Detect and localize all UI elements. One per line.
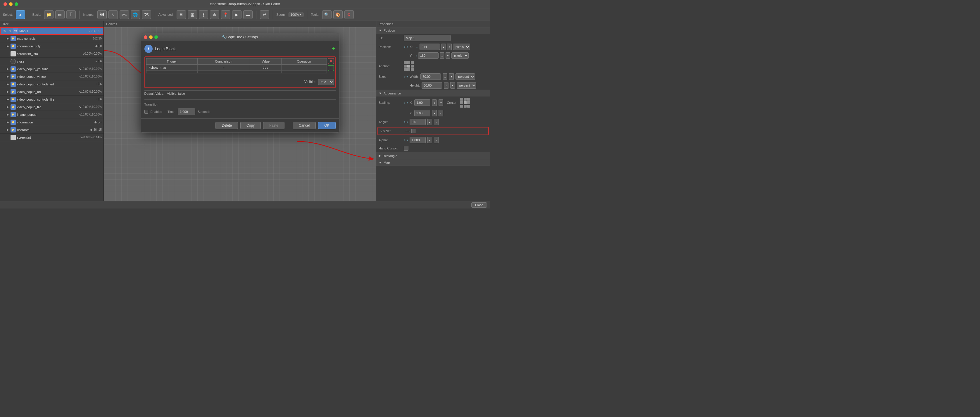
- anchor-grid[interactable]: [404, 61, 414, 71]
- anchor-br[interactable]: [411, 68, 414, 71]
- center-tr[interactable]: [467, 98, 470, 100]
- tree-item-close[interactable]: ✕ close ↙5,6: [0, 57, 103, 65]
- expand-icon[interactable]: ▶: [6, 113, 10, 117]
- center-br[interactable]: [467, 105, 470, 108]
- alpha-input[interactable]: [410, 137, 426, 143]
- expand-icon[interactable]: ▶: [6, 90, 10, 94]
- search-tool-button[interactable]: 🔍: [322, 10, 331, 19]
- angle-input[interactable]: [410, 119, 426, 125]
- anchor-bc[interactable]: [407, 68, 410, 71]
- expand-icon[interactable]: ▶: [6, 37, 10, 41]
- anchor-tc[interactable]: [407, 61, 410, 64]
- height-stepper-down[interactable]: ▼: [450, 82, 455, 89]
- add-row-button[interactable]: +: [332, 45, 336, 53]
- minimize-button[interactable]: [9, 2, 13, 6]
- center-tc[interactable]: [464, 98, 467, 100]
- delete-button[interactable]: Delete: [215, 122, 238, 129]
- y-stepper-down[interactable]: ▼: [445, 53, 450, 59]
- center-tl[interactable]: [460, 98, 463, 100]
- expand-icon[interactable]: ▶: [6, 67, 10, 71]
- x-stepper-up[interactable]: ▲: [441, 44, 446, 50]
- map-section-header[interactable]: ▼ Map: [376, 159, 490, 166]
- scale-y-input[interactable]: [414, 110, 430, 116]
- remove-row-button[interactable]: ✕: [328, 58, 334, 64]
- scale-y-stepper-down[interactable]: ▼: [439, 110, 443, 116]
- id-input[interactable]: [404, 35, 450, 41]
- tree-item-screentint-info[interactable]: ▭ screentint_info ↘0.00%,0.00%: [0, 50, 103, 57]
- expand-icon[interactable]: ▶: [6, 120, 10, 124]
- tree-item-map1[interactable]: 👁 ▼ 🗺 Map 1 ↘214,180: [0, 27, 103, 35]
- map-tool-button[interactable]: 🗺: [142, 10, 151, 19]
- anchor-bl[interactable]: [404, 68, 407, 71]
- expand-icon[interactable]: ▼: [8, 29, 12, 33]
- tree-item-video-youtube[interactable]: ▶ 📁 video_popup_youtube ↘10.00%,10.00%: [0, 65, 103, 73]
- alpha-stepper-up[interactable]: ▲: [428, 137, 432, 143]
- y-input[interactable]: [418, 53, 439, 59]
- text-tool-button[interactable]: T: [66, 10, 76, 19]
- height-input[interactable]: [422, 82, 442, 89]
- tree-item-information-poly[interactable]: ▶ 📁 information_poly ◆0,0: [0, 42, 103, 50]
- dialog-min-btn[interactable]: [149, 35, 153, 39]
- tree-item-video-file[interactable]: ▶ 📁 video_popup_file ↘10.00%,10.00%: [0, 103, 103, 111]
- position-section-header[interactable]: ▼ Position: [376, 27, 490, 33]
- pin-tool-button[interactable]: 📍: [221, 10, 231, 19]
- appearance-section-header[interactable]: ▼ Appearance: [376, 90, 490, 97]
- tree-item-video-controls-url[interactable]: ▶ 📁 video_popup_controls_url ↑0,6: [0, 80, 103, 88]
- anchor-tr[interactable]: [411, 61, 414, 64]
- scale-x-input[interactable]: [414, 99, 430, 106]
- rect-tool-button[interactable]: ▭: [55, 10, 65, 19]
- close-button[interactable]: Close: [471, 202, 487, 208]
- height-stepper-up[interactable]: ▲: [444, 82, 449, 89]
- center-mr[interactable]: [467, 101, 470, 104]
- angle-stepper-up[interactable]: ▲: [428, 119, 432, 125]
- expand-icon[interactable]: ▶: [6, 128, 10, 132]
- scale-x-stepper-up[interactable]: ▲: [432, 99, 437, 106]
- tree-item-userdata[interactable]: ▶ 📁 userdata ◆-36,-15: [0, 126, 103, 134]
- width-unit-select[interactable]: percent: [455, 73, 475, 80]
- hand-cursor-checkbox[interactable]: [404, 146, 409, 151]
- dial-tool-button[interactable]: ◎: [199, 10, 208, 19]
- copy-button[interactable]: Copy: [240, 122, 261, 129]
- image-tool-button[interactable]: 🖼: [97, 10, 107, 19]
- visible-select[interactable]: true false: [318, 79, 334, 85]
- trigger-cell[interactable]: *show_map: [146, 65, 197, 71]
- canvas-content[interactable]: 🔧 Logic Block Settings i Logic Block +: [104, 27, 376, 201]
- y-stepper-up[interactable]: ▲: [440, 53, 444, 59]
- angle-stepper-down[interactable]: ▼: [434, 119, 439, 125]
- close-window-button[interactable]: [3, 2, 7, 6]
- tree-item-screentint[interactable]: ▭ screentint ↘-0.10%,-0.14%: [0, 134, 103, 141]
- slider-tool-button[interactable]: ▬: [243, 10, 253, 19]
- grid-tool-button[interactable]: ▦: [188, 10, 197, 19]
- expand-icon[interactable]: ▶: [6, 82, 10, 86]
- operation-cell[interactable]: [281, 65, 326, 71]
- window-controls[interactable]: [3, 2, 18, 6]
- tree-item-video-controls-file[interactable]: ▶ 📁 video_popup_controls_file ↑0,6: [0, 95, 103, 103]
- anchor-mc[interactable]: [407, 65, 410, 68]
- cancel-button[interactable]: Cancel: [293, 122, 316, 129]
- tree-item-map-controls[interactable]: ▶ 📁 map-controls ↑162,25: [0, 35, 103, 42]
- tree-item-information[interactable]: ▶ 📁 information ◆0,-1: [0, 118, 103, 126]
- maximize-button[interactable]: [14, 2, 18, 6]
- scale-y-stepper-up[interactable]: ▲: [432, 110, 437, 116]
- expand-icon[interactable]: ▶: [6, 105, 10, 109]
- monitor-tool-button[interactable]: 🖥: [177, 10, 186, 19]
- video-tool-button[interactable]: ▶: [232, 10, 242, 19]
- x-input[interactable]: [420, 44, 440, 50]
- comparison-cell[interactable]: =: [197, 65, 250, 71]
- rectangle-section-header[interactable]: ▶ Rectangle: [376, 152, 490, 159]
- folder-tool-button[interactable]: 📁: [44, 10, 54, 19]
- zoom-control[interactable]: 100% ▾: [289, 12, 304, 17]
- add-sub-button[interactable]: +: [328, 65, 334, 71]
- tree-item-image-popup[interactable]: ▶ 📁 image_popup ↘10.00%,10.00%: [0, 111, 103, 118]
- alpha-stepper-down[interactable]: ▼: [434, 137, 439, 143]
- expand-icon[interactable]: ▶: [6, 44, 10, 48]
- center-bc[interactable]: [464, 105, 467, 108]
- scale-x-stepper-down[interactable]: ▼: [439, 99, 443, 106]
- dialog-window-controls[interactable]: [144, 35, 158, 39]
- dialog-max-btn[interactable]: [154, 35, 158, 39]
- value-cell[interactable]: true: [250, 65, 281, 71]
- visible-checkbox[interactable]: [411, 129, 416, 133]
- tree-item-video-vimeo[interactable]: ▶ 📁 video_popup_vimeo ↘10.00%,10.00%: [0, 73, 103, 80]
- ok-button[interactable]: OK: [318, 122, 335, 129]
- height-unit-select[interactable]: percent: [457, 82, 476, 89]
